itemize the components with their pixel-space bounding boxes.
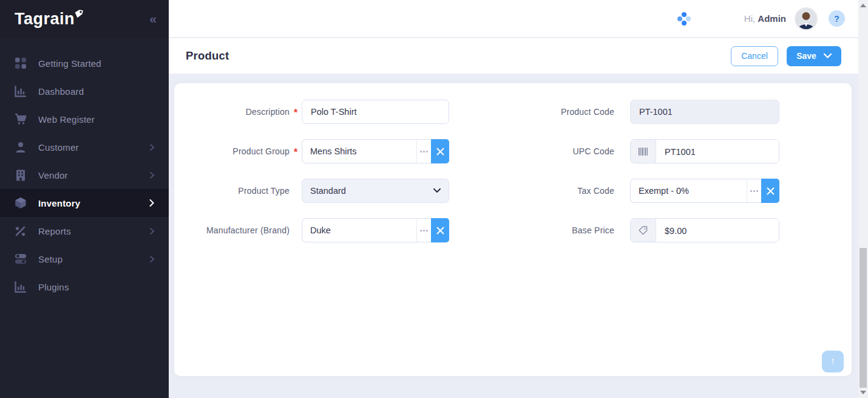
sidebar-item-dashboard[interactable]: Dashboard: [0, 77, 169, 105]
save-button-label: Save: [796, 51, 816, 61]
brand-logo[interactable]: Tagrain: [15, 10, 83, 29]
product-form-card: Description * Product Group * Mens Shirt…: [174, 83, 852, 376]
sidebar-item-vendor[interactable]: Vendor: [0, 161, 169, 189]
sidebar-item-setup[interactable]: Setup: [0, 245, 169, 273]
greeting-prefix: Hi,: [744, 13, 755, 24]
required-spacer: [290, 190, 302, 192]
ellipsis-lookup-icon[interactable]: [416, 218, 431, 242]
scrollbar-up-arrow-icon[interactable]: [860, 4, 866, 7]
cube-icon: [14, 197, 27, 210]
chevron-down-icon: [824, 53, 832, 58]
sidebar-item-label: Plugins: [38, 282, 69, 292]
save-button[interactable]: Save: [787, 46, 841, 66]
product-type-select[interactable]: Standard: [302, 179, 449, 203]
person-icon: [14, 141, 27, 154]
scroll-to-top-button[interactable]: ↑: [822, 351, 844, 372]
brand-name: Tagrain: [15, 10, 75, 29]
logo-bar: Tagrain «: [0, 0, 169, 38]
field-label: Base Price: [514, 225, 614, 235]
ellipsis-lookup-icon[interactable]: [747, 179, 761, 203]
sidebar-item-label: Web Register: [38, 114, 95, 125]
manufacturer-input[interactable]: Duke: [302, 218, 416, 242]
form-row-tax-code: Tax Code Exempt - 0%: [514, 179, 779, 203]
sidebar-item-web-register[interactable]: Web Register: [0, 105, 169, 133]
app-window: Tagrain « Getting Started Dashboard: [0, 0, 868, 398]
form-row-product-code: Product Code: [514, 100, 779, 124]
chevron-down-icon: [433, 188, 441, 193]
sidebar-item-label: Dashboard: [38, 86, 84, 97]
building-icon: [14, 169, 27, 182]
product-group-input[interactable]: Mens Shirts: [302, 139, 416, 163]
toggles-icon: [14, 253, 27, 266]
form-left-column: Description * Product Group * Mens Shirt…: [183, 100, 449, 258]
field-label: Product Code: [514, 107, 614, 117]
vertical-scrollbar[interactable]: [858, 0, 868, 398]
sidebar-nav: Getting Started Dashboard Web Register C…: [0, 38, 169, 301]
page-title: Product: [186, 49, 229, 63]
form-row-product-group: Product Group * Mens Shirts: [183, 139, 449, 163]
description-input[interactable]: [302, 100, 449, 124]
sidebar-collapse-icon[interactable]: «: [149, 12, 155, 26]
chevron-right-icon: [150, 256, 154, 262]
barcode-icon: [631, 140, 656, 163]
scrollbar-down-arrow-icon[interactable]: [860, 391, 866, 394]
required-asterisk: *: [290, 145, 302, 158]
sidebar-item-customer[interactable]: Customer: [0, 133, 169, 161]
scrollbar-thumb[interactable]: [860, 248, 867, 388]
sidebar-item-reports[interactable]: Reports: [0, 217, 169, 245]
user-greeting: Hi, Admin: [744, 13, 786, 24]
field-label: Product Group: [183, 146, 290, 156]
username: Admin: [758, 13, 786, 24]
ellipsis-lookup-icon[interactable]: [416, 139, 431, 163]
selected-option: Standard: [310, 186, 346, 196]
clear-selection-button[interactable]: [761, 179, 779, 203]
sidebar-item-inventory[interactable]: Inventory: [0, 189, 169, 217]
sidebar-item-label: Customer: [38, 142, 79, 153]
close-icon: [436, 148, 444, 156]
chart-icon: [14, 281, 27, 293]
product-code-input: [630, 100, 779, 124]
chevron-right-icon: [150, 144, 154, 151]
sidebar-item-plugins[interactable]: Plugins: [0, 273, 169, 301]
bar-chart-icon: [14, 85, 27, 98]
sidebar-item-label: Inventory: [38, 198, 80, 208]
header-actions: Cancel Save: [731, 46, 841, 66]
field-label: Description: [183, 107, 290, 117]
clear-selection-button[interactable]: [431, 139, 449, 163]
chevron-right-icon: [150, 228, 154, 235]
sidebar-item-label: Setup: [38, 254, 63, 264]
arrow-up-icon: ↑: [830, 355, 836, 367]
sidebar-item-label: Vendor: [38, 170, 68, 180]
topbar: Hi, Admin ?: [169, 0, 858, 38]
base-price-input[interactable]: [656, 219, 779, 242]
cancel-button[interactable]: Cancel: [731, 46, 778, 66]
content-area: Description * Product Group * Mens Shirt…: [169, 74, 858, 398]
sidebar-item-label: Getting Started: [38, 58, 101, 69]
sidebar: Tagrain « Getting Started Dashboard: [0, 0, 169, 398]
sidebar-item-getting-started[interactable]: Getting Started: [0, 49, 169, 77]
chevron-right-icon: [150, 172, 154, 179]
tax-code-input[interactable]: Exempt - 0%: [630, 179, 747, 203]
page-header: Product Cancel Save: [169, 38, 858, 74]
apps-dots-icon[interactable]: [677, 12, 691, 26]
analytics-icon: [14, 225, 27, 238]
form-row-product-type: Product Type Standard: [183, 179, 449, 203]
tag-icon: [631, 219, 656, 242]
close-icon: [767, 187, 775, 195]
form-row-base-price: Base Price: [514, 218, 779, 242]
required-spacer: [290, 229, 302, 232]
avatar[interactable]: [795, 7, 818, 30]
clear-selection-button[interactable]: [431, 218, 449, 242]
required-asterisk: *: [290, 105, 302, 118]
upc-code-input[interactable]: [656, 140, 779, 163]
field-label: UPC Code: [514, 146, 614, 156]
form-right-column: Product Code UPC Code: [514, 100, 779, 258]
help-icon[interactable]: ?: [829, 10, 845, 27]
chevron-right-icon: [149, 199, 154, 207]
field-label: Manufacturer (Brand): [183, 225, 290, 235]
form-row-description: Description *: [183, 100, 449, 124]
form-row-upc-code: UPC Code: [514, 139, 779, 163]
grid-icon: [14, 57, 27, 70]
sidebar-item-label: Reports: [38, 226, 71, 236]
main-area: Hi, Admin ? Product Cancel Save: [169, 0, 858, 398]
